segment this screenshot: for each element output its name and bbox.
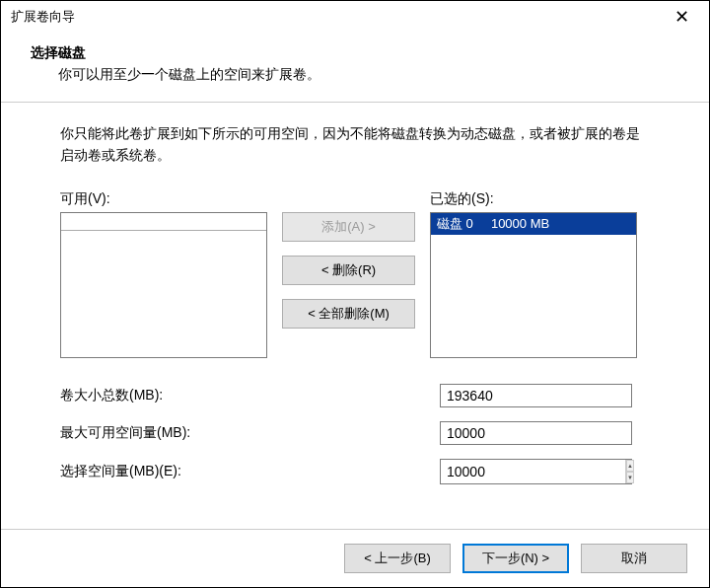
selected-label: 已选的(S): [430,190,637,208]
select-size-label: 选择空间量(MB)(E): [60,463,440,480]
remove-all-button[interactable]: < 全部删除(M) [282,299,415,329]
max-avail-row: 最大可用空间量(MB): 10000 [60,421,650,445]
total-size-label: 卷大小总数(MB): [60,387,440,404]
select-size-row: 选择空间量(MB)(E): ▲ ▼ [60,459,650,484]
titlebar: 扩展卷向导 ✕ [1,1,709,33]
wizard-footer: < 上一步(B) 下一步(N) > 取消 [1,529,709,587]
disk-selection-area: 可用(V): 添加(A) > < 删除(R) < 全部删除(M) 已选的(S):… [60,190,650,358]
max-avail-label: 最大可用空间量(MB): [60,424,440,442]
selected-listbox[interactable]: 磁盘 0 10000 MB [430,212,637,358]
header-subtitle: 你可以用至少一个磁盘上的空间来扩展卷。 [31,66,679,84]
available-label: 可用(V): [60,190,267,208]
available-listbox[interactable] [60,212,267,358]
select-size-input[interactable] [441,460,625,483]
content-area: 你只能将此卷扩展到如下所示的可用空间，因为不能将磁盘转换为动态磁盘，或者被扩展的… [1,103,709,529]
spin-buttons: ▲ ▼ [625,460,634,483]
wizard-window: 扩展卷向导 ✕ 选择磁盘 你可以用至少一个磁盘上的空间来扩展卷。 你只能将此卷扩… [0,0,710,588]
spin-up-icon[interactable]: ▲ [626,460,634,472]
next-button[interactable]: 下一步(N) > [462,544,569,573]
size-fields: 卷大小总数(MB): 193640 最大可用空间量(MB): 10000 选择空… [60,384,650,484]
intro-text: 你只能将此卷扩展到如下所示的可用空间，因为不能将磁盘转换为动态磁盘，或者被扩展的… [60,122,650,167]
add-button[interactable]: 添加(A) > [282,212,415,242]
window-title: 扩展卷向导 [11,8,75,26]
back-button[interactable]: < 上一步(B) [344,544,451,573]
total-size-row: 卷大小总数(MB): 193640 [60,384,650,407]
transfer-buttons-column: 添加(A) > < 删除(R) < 全部删除(M) [267,190,430,358]
selected-column: 已选的(S): 磁盘 0 10000 MB [430,190,637,358]
remove-button[interactable]: < 删除(R) [282,256,415,285]
max-avail-value: 10000 [440,421,632,445]
close-icon[interactable]: ✕ [665,8,699,26]
select-size-spinbox[interactable]: ▲ ▼ [440,459,632,484]
available-column: 可用(V): [60,190,267,358]
cancel-button[interactable]: 取消 [581,544,687,573]
selected-disk-item[interactable]: 磁盘 0 10000 MB [431,213,636,235]
header-title: 选择磁盘 [31,44,679,62]
wizard-header: 选择磁盘 你可以用至少一个磁盘上的空间来扩展卷。 [1,33,709,102]
available-listbox-header [61,213,266,231]
spin-down-icon[interactable]: ▼ [626,472,634,483]
total-size-value: 193640 [440,384,632,407]
